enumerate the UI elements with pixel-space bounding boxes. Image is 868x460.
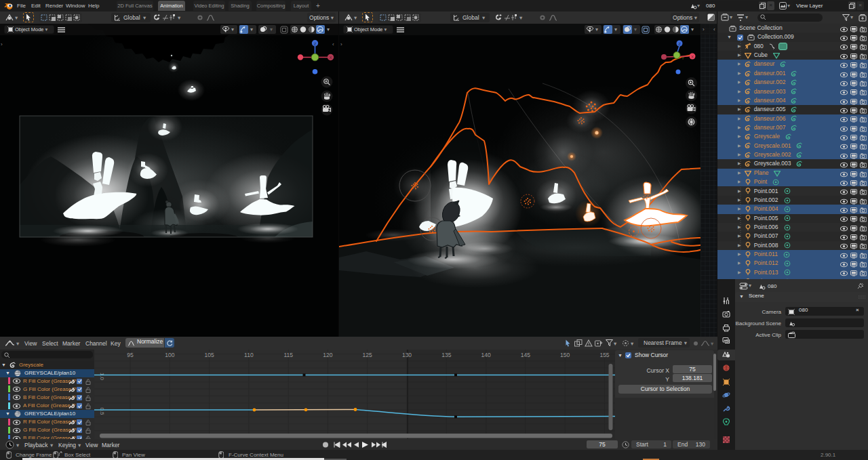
svg-text:140: 140 <box>481 352 491 358</box>
svg-text:115: 115 <box>283 352 293 358</box>
svg-text:X: X <box>691 55 694 59</box>
svg-text:1.0: 1.0 <box>99 373 105 381</box>
svg-text:95: 95 <box>127 352 134 358</box>
svg-text:130: 130 <box>402 352 412 358</box>
svg-text:105: 105 <box>205 352 214 358</box>
svg-text:›: › <box>1 41 3 47</box>
svg-text:0.5: 0.5 <box>99 407 105 415</box>
svg-text:120: 120 <box>323 352 332 358</box>
svg-text:150: 150 <box>560 352 570 358</box>
svg-text:155: 155 <box>599 352 609 358</box>
svg-text:110: 110 <box>244 352 254 358</box>
svg-text:Z: Z <box>314 42 317 46</box>
svg-text:100: 100 <box>165 352 174 358</box>
svg-text:‹: ‹ <box>332 41 334 47</box>
svg-text:›: › <box>340 41 342 47</box>
svg-text:Z: Z <box>678 42 681 46</box>
svg-text:X: X <box>329 56 332 60</box>
svg-text:125: 125 <box>363 352 372 358</box>
svg-text:Y: Y <box>682 56 684 60</box>
svg-text:145: 145 <box>521 352 530 358</box>
svg-text:135: 135 <box>441 352 451 358</box>
